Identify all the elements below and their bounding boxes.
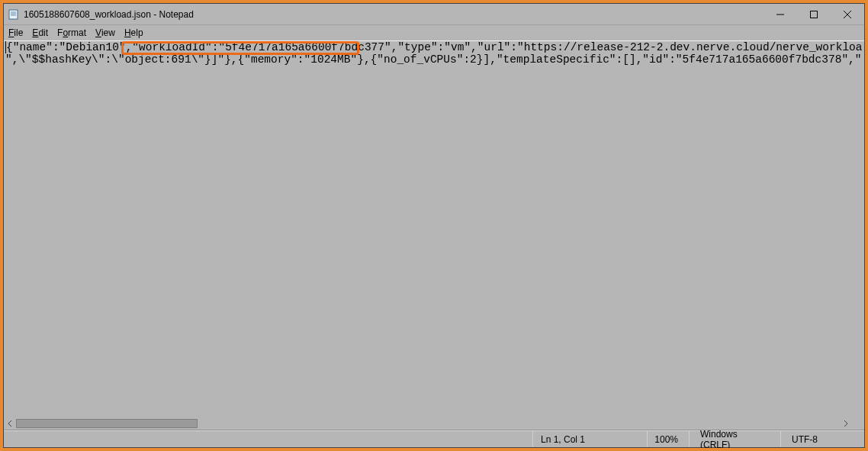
text-editor[interactable]: {"name":"Debian10","workloadId":"5f4e717… [5,41,863,417]
menu-view[interactable]: View [95,27,115,38]
title-bar[interactable]: 1605188607608_workload.json - Notepad [4,4,864,25]
scrollbar-corner [852,417,864,430]
scroll-left-button[interactable] [4,417,16,430]
menu-edit[interactable]: Edit [32,27,48,38]
close-button[interactable] [831,4,864,25]
maximize-button[interactable] [797,4,831,25]
text-line: ",\"$$hashKey\":\"object:691\"}]"},{"mem… [5,53,863,66]
window-title: 1605188607608_workload.json - Notepad [24,9,764,20]
status-encoding: UTF-8 [780,431,864,447]
notepad-window: 1605188607608_workload.json - Notepad Fi… [3,3,865,448]
minimize-button[interactable] [764,4,797,25]
menu-help[interactable]: Help [124,27,143,38]
text-line: {"name":"Debian10","workloadId":"5f4e717… [5,41,863,53]
menu-format[interactable]: Format [57,27,86,38]
status-position: Ln 1, Col 1 [532,431,647,447]
notepad-icon [8,9,19,20]
horizontal-scrollbar[interactable] [4,417,852,430]
menu-file[interactable]: File [8,27,23,38]
status-zoom: 100% [647,431,689,447]
scroll-right-button[interactable] [840,417,852,430]
svg-rect-0 [9,10,18,19]
status-bar: Ln 1, Col 1 100% Windows (CRLF) UTF-8 [4,430,864,447]
editor-area: {"name":"Debian10","workloadId":"5f4e717… [4,40,864,430]
scroll-track[interactable] [16,417,840,430]
svg-rect-5 [811,11,818,18]
scroll-thumb[interactable] [16,419,198,428]
status-line-ending: Windows (CRLF) [689,431,780,447]
window-controls [764,4,864,25]
menu-bar: File Edit Format View Help [4,25,864,40]
